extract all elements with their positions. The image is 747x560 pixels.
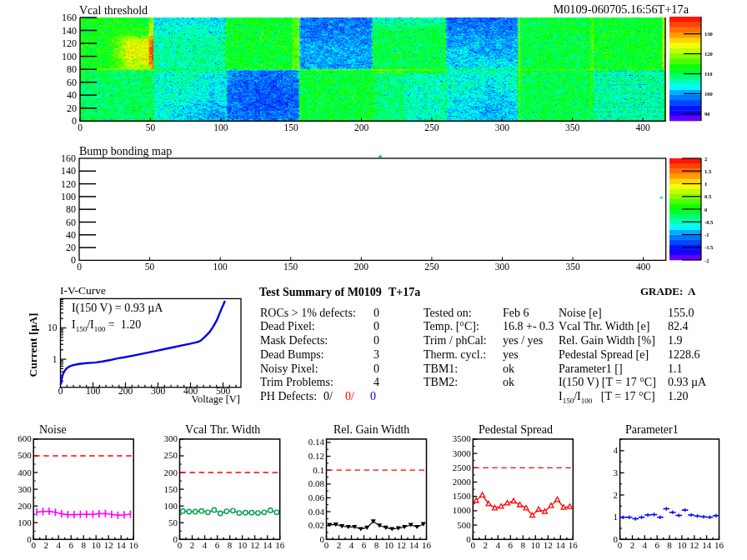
svg-text:3000: 3000 bbox=[453, 448, 472, 458]
svg-text:12: 12 bbox=[397, 540, 406, 550]
svg-text:300: 300 bbox=[495, 262, 510, 272]
svg-text:Mask Defects:: Mask Defects: bbox=[260, 334, 328, 347]
svg-text:Voltage [V]: Voltage [V] bbox=[192, 393, 240, 405]
svg-text:Noise [e]: Noise [e] bbox=[559, 307, 602, 319]
svg-text:0: 0 bbox=[471, 540, 476, 550]
svg-text:50: 50 bbox=[146, 122, 156, 132]
svg-text:16: 16 bbox=[714, 540, 724, 550]
svg-text:8: 8 bbox=[667, 540, 672, 550]
svg-text:0.93 µA: 0.93 µA bbox=[668, 376, 707, 388]
svg-text:TBM1:: TBM1: bbox=[424, 362, 458, 375]
svg-text:Noisy Pixel:: Noisy Pixel: bbox=[260, 362, 318, 375]
svg-text:6: 6 bbox=[215, 540, 220, 550]
svg-text:0.5: 0.5 bbox=[704, 193, 712, 199]
svg-text:350: 350 bbox=[565, 122, 580, 132]
svg-text:16: 16 bbox=[569, 540, 579, 550]
svg-text:150: 150 bbox=[284, 122, 299, 132]
svg-text:1.1: 1.1 bbox=[668, 362, 683, 375]
svg-text:300: 300 bbox=[495, 122, 510, 132]
svg-text:350: 350 bbox=[565, 262, 580, 272]
svg-text:100: 100 bbox=[18, 518, 32, 528]
svg-text:12: 12 bbox=[104, 540, 113, 550]
svg-text:6: 6 bbox=[68, 540, 73, 550]
svg-text:100: 100 bbox=[164, 501, 178, 511]
svg-text:0.08: 0.08 bbox=[308, 478, 325, 488]
svg-text:50: 50 bbox=[145, 262, 155, 272]
svg-text:Dead Pixel:: Dead Pixel: bbox=[260, 320, 315, 332]
svg-text:90: 90 bbox=[704, 111, 710, 117]
svg-text:10: 10 bbox=[48, 322, 58, 332]
svg-text:Vcal Thr. Width [e]: Vcal Thr. Width [e] bbox=[559, 320, 649, 332]
svg-text:0.1: 0.1 bbox=[313, 465, 324, 475]
svg-text:1000: 1000 bbox=[453, 505, 472, 515]
svg-text:0: 0 bbox=[374, 334, 379, 347]
svg-text:150: 150 bbox=[164, 484, 178, 494]
svg-text:0: 0 bbox=[58, 386, 63, 396]
svg-text:0: 0 bbox=[374, 307, 379, 319]
svg-text:250: 250 bbox=[164, 450, 178, 460]
svg-text:Bump bonding map: Bump bonding map bbox=[79, 145, 172, 158]
svg-text:20: 20 bbox=[67, 102, 77, 114]
svg-text:140: 140 bbox=[61, 165, 76, 177]
svg-text:T+17a: T+17a bbox=[389, 286, 420, 298]
svg-text:6: 6 bbox=[509, 540, 514, 550]
svg-text:20: 20 bbox=[66, 242, 76, 253]
svg-text:8: 8 bbox=[521, 540, 526, 550]
svg-text:0: 0 bbox=[704, 207, 707, 212]
svg-text:14: 14 bbox=[556, 540, 566, 550]
svg-text:150: 150 bbox=[283, 262, 298, 272]
svg-text:0/: 0/ bbox=[345, 390, 354, 402]
svg-text:1: 1 bbox=[704, 181, 707, 187]
svg-text:4: 4 bbox=[56, 540, 61, 550]
svg-text:Test Summary of M0109: Test Summary of M0109 bbox=[259, 286, 382, 298]
svg-text:100: 100 bbox=[61, 191, 76, 202]
svg-text:Vcal Thr. Width: Vcal Thr. Width bbox=[185, 423, 260, 436]
svg-text:500: 500 bbox=[457, 520, 471, 530]
svg-text:120: 120 bbox=[62, 38, 77, 49]
svg-text:2: 2 bbox=[630, 540, 635, 550]
svg-text:Rel. Gain Width: Rel. Gain Width bbox=[333, 423, 409, 436]
svg-text:Parameter1 []: Parameter1 [] bbox=[559, 362, 623, 375]
svg-text:I150/I100 [T = 17 °C]: I150/I100 [T = 17 °C] bbox=[559, 390, 655, 405]
svg-text:1228.6: 1228.6 bbox=[668, 348, 700, 361]
svg-text:60: 60 bbox=[67, 77, 77, 88]
svg-text:80: 80 bbox=[66, 203, 76, 215]
svg-text:ROCs > 1% defects:: ROCs > 1% defects: bbox=[260, 307, 356, 319]
svg-text:160: 160 bbox=[62, 12, 77, 23]
svg-text:2000: 2000 bbox=[453, 477, 472, 487]
svg-text:4: 4 bbox=[349, 540, 354, 550]
svg-text:0: 0 bbox=[374, 362, 379, 375]
svg-text:1.20: 1.20 bbox=[668, 390, 689, 402]
svg-text:6: 6 bbox=[362, 540, 367, 550]
svg-text:300: 300 bbox=[164, 433, 178, 443]
svg-text:0/: 0/ bbox=[323, 390, 333, 402]
svg-text:1: 1 bbox=[614, 512, 619, 522]
svg-text:130: 130 bbox=[704, 31, 713, 37]
svg-text:2: 2 bbox=[190, 540, 195, 550]
svg-text:80: 80 bbox=[67, 63, 77, 75]
svg-text:10: 10 bbox=[384, 540, 394, 550]
svg-text:8: 8 bbox=[374, 540, 379, 550]
svg-text:Parameter1: Parameter1 bbox=[625, 423, 679, 436]
svg-text:120: 120 bbox=[61, 178, 76, 190]
svg-text:1.5: 1.5 bbox=[704, 168, 712, 174]
svg-text:I(150 V) [T = 17 °C]: I(150 V) [T = 17 °C] bbox=[559, 376, 656, 389]
svg-text:12: 12 bbox=[689, 540, 699, 550]
svg-text:1: 1 bbox=[53, 354, 58, 364]
svg-text:0.14: 0.14 bbox=[308, 437, 325, 447]
svg-text:I150/I100 = 1.20: I150/I100 = 1.20 bbox=[72, 318, 141, 333]
svg-text:140: 140 bbox=[62, 25, 77, 37]
svg-text:14: 14 bbox=[409, 540, 419, 550]
svg-text:M0109-060705.16:56T+17a: M0109-060705.16:56T+17a bbox=[553, 2, 689, 16]
svg-text:4: 4 bbox=[203, 540, 208, 550]
svg-text:4: 4 bbox=[374, 376, 379, 388]
svg-text:250: 250 bbox=[424, 122, 439, 132]
svg-text:1500: 1500 bbox=[453, 491, 472, 501]
svg-text:Therm. cycl.:: Therm. cycl.: bbox=[424, 348, 486, 361]
svg-text:Trim / phCal:: Trim / phCal: bbox=[424, 334, 487, 347]
svg-text:60: 60 bbox=[66, 217, 76, 228]
svg-text:10: 10 bbox=[92, 540, 102, 550]
svg-text:16: 16 bbox=[129, 540, 139, 550]
svg-text:-1: -1 bbox=[704, 232, 709, 238]
svg-text:400: 400 bbox=[635, 122, 650, 132]
